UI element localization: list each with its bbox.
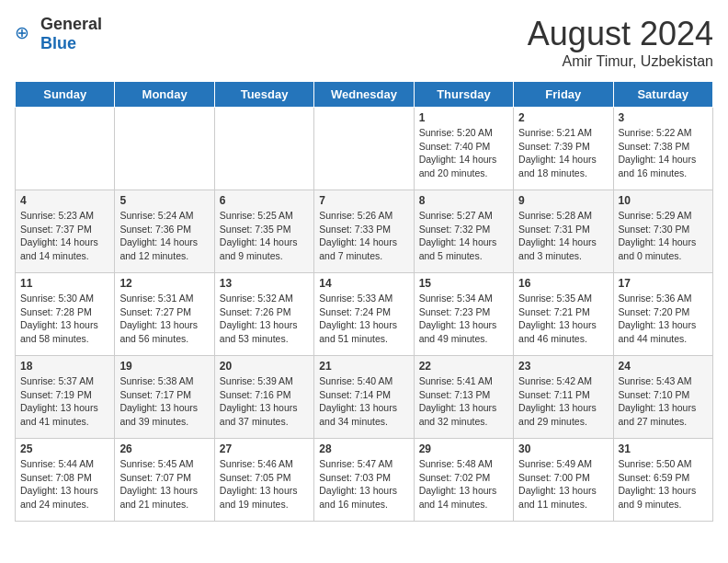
week-row-2: 4Sunrise: 5:23 AMSunset: 7:37 PMDaylight…: [16, 190, 713, 273]
cell-content: Sunrise: 5:24 AMSunset: 7:36 PMDaylight:…: [119, 209, 209, 263]
day-number: 31: [619, 442, 708, 455]
week-row-3: 11Sunrise: 5:30 AMSunset: 7:28 PMDayligh…: [16, 273, 713, 356]
cell-content: Sunrise: 5:31 AMSunset: 7:27 PMDaylight:…: [119, 292, 209, 346]
day-number: 22: [419, 360, 508, 373]
day-number: 16: [518, 277, 608, 290]
calendar-cell: 1Sunrise: 5:20 AMSunset: 7:40 PMDaylight…: [414, 108, 513, 190]
day-header-sunday: Sunday: [16, 82, 115, 108]
cell-content: Sunrise: 5:42 AMSunset: 7:11 PMDaylight:…: [518, 374, 608, 429]
day-number: 13: [220, 277, 309, 290]
cell-content: Sunrise: 5:30 AMSunset: 7:28 PMDaylight:…: [20, 292, 109, 346]
calendar-cell: 16Sunrise: 5:35 AMSunset: 7:21 PMDayligh…: [514, 273, 613, 356]
cell-content: Sunrise: 5:44 AMSunset: 7:08 PMDaylight:…: [20, 457, 109, 511]
day-number: 7: [319, 194, 408, 207]
calendar-cell: 17Sunrise: 5:36 AMSunset: 7:20 PMDayligh…: [613, 273, 712, 356]
day-number: 25: [20, 442, 109, 455]
cell-content: Sunrise: 5:25 AMSunset: 7:35 PMDaylight:…: [220, 209, 309, 263]
week-row-1: 1Sunrise: 5:20 AMSunset: 7:40 PMDaylight…: [16, 108, 713, 190]
calendar-cell: 27Sunrise: 5:46 AMSunset: 7:05 PMDayligh…: [214, 439, 313, 522]
day-number: 14: [319, 277, 408, 290]
calendar-cell: 12Sunrise: 5:31 AMSunset: 7:27 PMDayligh…: [115, 273, 214, 356]
cell-content: Sunrise: 5:39 AMSunset: 7:16 PMDaylight:…: [220, 374, 309, 429]
calendar-cell: 30Sunrise: 5:49 AMSunset: 7:00 PMDayligh…: [514, 439, 613, 522]
header-row: SundayMondayTuesdayWednesdayThursdayFrid…: [16, 82, 713, 108]
calendar-cell: 10Sunrise: 5:29 AMSunset: 7:30 PMDayligh…: [613, 190, 712, 273]
calendar-cell: 9Sunrise: 5:28 AMSunset: 7:31 PMDaylight…: [514, 190, 613, 273]
cell-content: Sunrise: 5:33 AMSunset: 7:24 PMDaylight:…: [319, 292, 408, 346]
day-number: 21: [319, 360, 408, 373]
calendar-cell: 28Sunrise: 5:47 AMSunset: 7:03 PMDayligh…: [314, 439, 414, 522]
logo-blue: Blue: [40, 34, 76, 52]
calendar-cell: 13Sunrise: 5:32 AMSunset: 7:26 PMDayligh…: [214, 273, 313, 356]
calendar-cell: 11Sunrise: 5:30 AMSunset: 7:28 PMDayligh…: [16, 273, 115, 356]
day-number: 6: [220, 194, 309, 207]
calendar-cell: 20Sunrise: 5:39 AMSunset: 7:16 PMDayligh…: [214, 356, 313, 439]
day-number: 17: [619, 277, 708, 290]
day-number: 2: [518, 111, 608, 124]
day-number: 30: [518, 442, 608, 455]
calendar-cell: 23Sunrise: 5:42 AMSunset: 7:11 PMDayligh…: [514, 356, 613, 439]
main-title: August 2024: [528, 15, 713, 53]
calendar-cell: 18Sunrise: 5:37 AMSunset: 7:19 PMDayligh…: [16, 356, 115, 439]
cell-content: Sunrise: 5:48 AMSunset: 7:02 PMDaylight:…: [419, 457, 508, 511]
svg-text:⊕: ⊕: [15, 23, 29, 42]
cell-content: Sunrise: 5:37 AMSunset: 7:19 PMDaylight:…: [20, 374, 109, 429]
calendar-cell: 6Sunrise: 5:25 AMSunset: 7:35 PMDaylight…: [214, 190, 313, 273]
calendar-cell: 24Sunrise: 5:43 AMSunset: 7:10 PMDayligh…: [613, 356, 712, 439]
day-number: 15: [419, 277, 508, 290]
cell-content: Sunrise: 5:46 AMSunset: 7:05 PMDaylight:…: [220, 457, 309, 511]
day-header-monday: Monday: [115, 82, 214, 108]
calendar-cell: [314, 108, 414, 190]
day-header-friday: Friday: [514, 82, 613, 108]
calendar-cell: 7Sunrise: 5:26 AMSunset: 7:33 PMDaylight…: [314, 190, 414, 273]
day-number: 9: [518, 194, 608, 207]
calendar-cell: 5Sunrise: 5:24 AMSunset: 7:36 PMDaylight…: [115, 190, 214, 273]
day-number: 12: [119, 277, 209, 290]
calendar-cell: 25Sunrise: 5:44 AMSunset: 7:08 PMDayligh…: [16, 439, 115, 522]
cell-content: Sunrise: 5:49 AMSunset: 7:00 PMDaylight:…: [518, 457, 608, 511]
title-section: August 2024 Amir Timur, Uzbekistan: [528, 15, 713, 70]
cell-content: Sunrise: 5:23 AMSunset: 7:37 PMDaylight:…: [20, 209, 109, 263]
cell-content: Sunrise: 5:29 AMSunset: 7:30 PMDaylight:…: [619, 209, 708, 263]
cell-content: Sunrise: 5:20 AMSunset: 7:40 PMDaylight:…: [419, 126, 508, 180]
calendar-cell: 22Sunrise: 5:41 AMSunset: 7:13 PMDayligh…: [414, 356, 513, 439]
day-number: 8: [419, 194, 508, 207]
subtitle: Amir Timur, Uzbekistan: [528, 53, 713, 70]
cell-content: Sunrise: 5:45 AMSunset: 7:07 PMDaylight:…: [119, 457, 209, 511]
day-number: 20: [220, 360, 309, 373]
day-number: 10: [619, 194, 708, 207]
cell-content: Sunrise: 5:34 AMSunset: 7:23 PMDaylight:…: [419, 292, 508, 346]
calendar-cell: [214, 108, 313, 190]
cell-content: Sunrise: 5:43 AMSunset: 7:10 PMDaylight:…: [619, 374, 708, 429]
calendar-table: SundayMondayTuesdayWednesdayThursdayFrid…: [15, 81, 713, 522]
cell-content: Sunrise: 5:35 AMSunset: 7:21 PMDaylight:…: [518, 292, 608, 346]
week-row-5: 25Sunrise: 5:44 AMSunset: 7:08 PMDayligh…: [16, 439, 713, 522]
day-number: 23: [518, 360, 608, 373]
cell-content: Sunrise: 5:27 AMSunset: 7:32 PMDaylight:…: [419, 209, 508, 263]
day-header-saturday: Saturday: [613, 82, 712, 108]
calendar-cell: 2Sunrise: 5:21 AMSunset: 7:39 PMDaylight…: [514, 108, 613, 190]
calendar-cell: [115, 108, 214, 190]
day-number: 18: [20, 360, 109, 373]
page-header: ⊕ General Blue August 2024 Amir Timur, U…: [15, 15, 713, 70]
cell-content: Sunrise: 5:32 AMSunset: 7:26 PMDaylight:…: [220, 292, 309, 346]
cell-content: Sunrise: 5:36 AMSunset: 7:20 PMDaylight:…: [619, 292, 708, 346]
day-number: 27: [220, 442, 309, 455]
cell-content: Sunrise: 5:50 AMSunset: 6:59 PMDaylight:…: [619, 457, 708, 511]
calendar-cell: 14Sunrise: 5:33 AMSunset: 7:24 PMDayligh…: [314, 273, 414, 356]
day-number: 11: [20, 277, 109, 290]
day-number: 28: [319, 442, 408, 455]
day-number: 24: [619, 360, 708, 373]
calendar-cell: 21Sunrise: 5:40 AMSunset: 7:14 PMDayligh…: [314, 356, 414, 439]
calendar-cell: 26Sunrise: 5:45 AMSunset: 7:07 PMDayligh…: [115, 439, 214, 522]
day-number: 4: [20, 194, 109, 207]
cell-content: Sunrise: 5:40 AMSunset: 7:14 PMDaylight:…: [319, 374, 408, 429]
calendar-cell: 8Sunrise: 5:27 AMSunset: 7:32 PMDaylight…: [414, 190, 513, 273]
calendar-cell: 19Sunrise: 5:38 AMSunset: 7:17 PMDayligh…: [115, 356, 214, 439]
day-header-wednesday: Wednesday: [314, 82, 414, 108]
day-header-thursday: Thursday: [414, 82, 513, 108]
calendar-cell: 4Sunrise: 5:23 AMSunset: 7:37 PMDaylight…: [16, 190, 115, 273]
cell-content: Sunrise: 5:41 AMSunset: 7:13 PMDaylight:…: [419, 374, 508, 429]
day-number: 29: [419, 442, 508, 455]
logo-general: General: [40, 15, 102, 33]
